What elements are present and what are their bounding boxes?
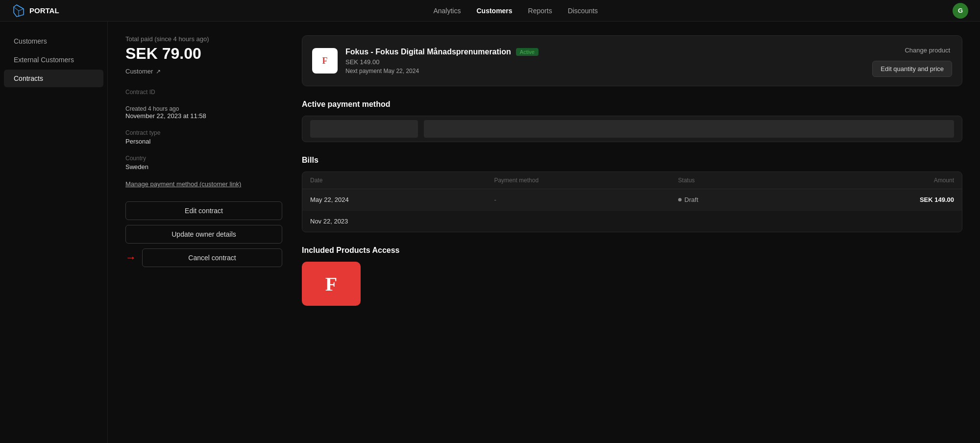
nav-reports[interactable]: Reports — [528, 5, 552, 17]
bill-date-1: May 22, 2024 — [310, 196, 494, 203]
product-next-payment: Next payment May 22, 2024 — [345, 68, 539, 74]
product-card: F Fokus - Fokus Digital Månadsprenumerat… — [302, 35, 962, 86]
included-products-title: Included Products Access — [302, 246, 962, 255]
status-badge: Active — [516, 48, 539, 56]
created-label: Created 4 hours ago — [125, 105, 282, 112]
cancel-wrapper: → Cancel contract — [125, 248, 282, 267]
customer-link[interactable]: Customer ↗ — [125, 68, 282, 75]
product-info: F Fokus - Fokus Digital Månadsprenumerat… — [312, 48, 539, 74]
created-section: Created 4 hours ago November 22, 2023 at… — [125, 105, 282, 120]
product-name: Fokus - Fokus Digital Månadsprenumeratio… — [345, 48, 539, 56]
product-logo: F — [312, 48, 338, 74]
bill-status-1: Draft — [678, 196, 816, 203]
avatar[interactable]: G — [953, 3, 968, 19]
main-content: Total paid (since 4 hours ago) SEK 79.00… — [108, 22, 980, 443]
action-buttons: Edit contract Update owner details → Can… — [125, 201, 282, 267]
total-paid-amount: SEK 79.00 — [125, 45, 282, 63]
contract-type-label: Contract type — [125, 129, 282, 136]
update-owner-button[interactable]: Update owner details — [125, 225, 282, 244]
col-amount: Amount — [816, 177, 954, 184]
col-date: Date — [310, 177, 494, 184]
right-column: F Fokus - Fokus Digital Månadsprenumerat… — [302, 35, 962, 306]
product-details: Fokus - Fokus Digital Månadsprenumeratio… — [345, 48, 539, 74]
country-value: Sweden — [125, 163, 282, 171]
product-price: SEK 149.00 — [345, 58, 539, 66]
table-row[interactable]: May 22, 2024 - Draft SEK 149.00 — [302, 189, 962, 211]
country-label: Country — [125, 155, 282, 162]
manage-payment-link[interactable]: Manage payment method (customer link) — [125, 180, 282, 188]
payment-method-card — [302, 116, 962, 142]
change-product-button[interactable]: Change product — [903, 45, 952, 56]
payment-card-visual — [310, 120, 418, 138]
topnav: PORTAL Analytics Customers Reports Disco… — [0, 0, 980, 22]
country-section: Country Sweden — [125, 155, 282, 171]
status-dot — [678, 198, 682, 201]
edit-contract-button[interactable]: Edit contract — [125, 201, 282, 220]
included-products-card: F — [302, 262, 361, 306]
contract-type-value: Personal — [125, 138, 282, 145]
bills-table: Date Payment method Status Amount May 22… — [302, 172, 962, 232]
total-paid-label: Total paid (since 4 hours ago) — [125, 35, 282, 43]
left-column: Total paid (since 4 hours ago) SEK 79.00… — [125, 35, 282, 306]
product-actions: Change product Edit quantity and price — [872, 45, 952, 77]
nav-customers[interactable]: Customers — [476, 5, 512, 17]
col-status: Status — [678, 177, 816, 184]
bill-amount-1: SEK 149.00 — [816, 196, 954, 203]
sidebar-item-external-customers[interactable]: External Customers — [4, 51, 103, 69]
bills-title: Bills — [302, 156, 962, 165]
external-link-icon: ↗ — [156, 68, 161, 75]
layout: Customers External Customers Contracts T… — [0, 22, 980, 443]
col-payment: Payment method — [494, 177, 678, 184]
bill-date-2: Nov 22, 2023 — [310, 218, 494, 225]
nav-analytics[interactable]: Analytics — [433, 5, 461, 17]
created-date: November 22, 2023 at 11:58 — [125, 112, 282, 120]
payment-method-title: Active payment method — [302, 100, 962, 109]
topnav-links: Analytics Customers Reports Discounts — [79, 5, 953, 17]
bill-payment-1: - — [494, 196, 678, 203]
payment-card-right — [424, 120, 954, 138]
sidebar: Customers External Customers Contracts — [0, 22, 108, 443]
logo-icon — [12, 4, 25, 18]
table-row[interactable]: Nov 22, 2023 — [302, 211, 962, 232]
contract-type-section: Contract type Personal — [125, 129, 282, 145]
included-product-logo-letter: F — [325, 272, 337, 295]
cancel-contract-button[interactable]: Cancel contract — [142, 248, 282, 267]
contract-id-section: Contract ID — [125, 89, 282, 96]
nav-discounts[interactable]: Discounts — [568, 5, 598, 17]
content-grid: Total paid (since 4 hours ago) SEK 79.00… — [125, 35, 962, 306]
edit-quantity-price-button[interactable]: Edit quantity and price — [872, 61, 952, 77]
sidebar-item-customers[interactable]: Customers — [4, 32, 103, 50]
contract-id-label: Contract ID — [125, 89, 282, 96]
red-arrow-indicator: → — [125, 251, 136, 264]
sidebar-item-contracts[interactable]: Contracts — [4, 70, 103, 87]
logo-text: PORTAL — [29, 6, 59, 15]
bills-header: Date Payment method Status Amount — [302, 172, 962, 189]
logo[interactable]: PORTAL — [12, 4, 59, 18]
